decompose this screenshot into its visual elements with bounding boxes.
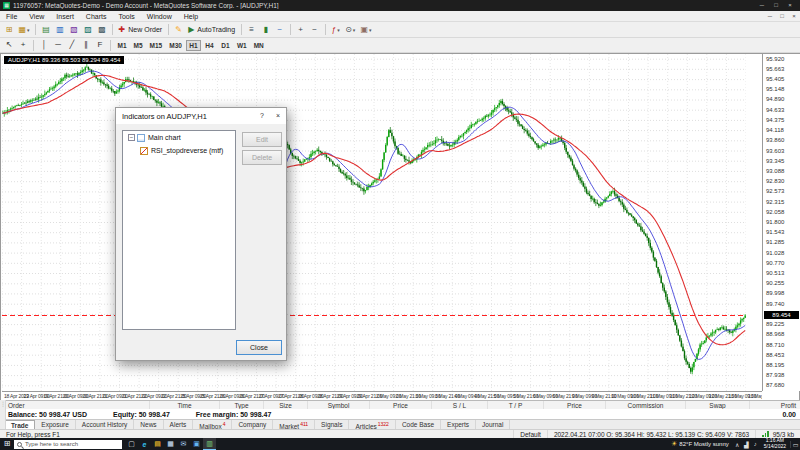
column-header-swap-10[interactable]: Swap [686,401,750,409]
menu-view[interactable]: View [23,11,50,22]
search-input[interactable]: Type here to search [14,440,122,449]
period-w1-button[interactable]: W1 [234,40,250,51]
delete-button[interactable]: Delete [242,150,282,165]
tab-signals[interactable]: Signals [315,420,349,429]
period-h4-button[interactable]: H4 [202,40,217,51]
tab-experts[interactable]: Experts [441,420,476,429]
timeframes-icon[interactable]: ⊙▾ [343,23,357,36]
tab-articles[interactable]: Articles1322 [349,420,395,429]
chart-bars-icon[interactable]: ≡ [245,23,258,36]
column-header-symbol-4[interactable]: Symbol [308,401,370,409]
minimize-button[interactable]: ─ [755,0,769,11]
period-d1-button[interactable]: D1 [218,40,233,51]
new-order-button[interactable]: ✚New Order [117,23,165,36]
column-header-order-0[interactable]: Order [0,401,150,409]
period-h1-button[interactable]: H1 [186,40,201,51]
channel-icon[interactable]: ∥ [80,39,93,52]
tree-expander-icon[interactable]: − [128,134,135,141]
terminal-panel-icon[interactable]: ▨ [82,23,95,36]
volume-icon[interactable]: ♪ [751,441,760,447]
templates-icon[interactable]: ▣▾ [358,23,373,36]
column-header-size-3[interactable]: Size [264,401,308,409]
column-header-s-l-6[interactable]: S / L [432,401,488,409]
store-icon[interactable]: ▦ [164,438,177,450]
indicators-icon[interactable]: ƒ▾ [329,23,342,36]
crosshair-icon[interactable]: + [17,39,30,52]
dialog-close-icon[interactable]: × [270,108,286,124]
column-header-type-2[interactable]: Type [220,401,264,409]
indicators-list[interactable]: −Main chartRSI_stopdreverse (mtf) [122,130,236,330]
tab-mailbox[interactable]: Mailbox4 [193,420,232,429]
terminal-splitter-grip[interactable]: ⋮ [0,400,6,429]
fibonacci-icon[interactable]: F [94,39,107,52]
photos-icon[interactable]: ▣ [190,438,203,450]
column-header-price-5[interactable]: Price [370,401,432,409]
profiles-icon[interactable]: ▦▾ [17,23,32,36]
child-restore-button[interactable]: □ [776,11,788,21]
tab-account-history[interactable]: Account History [76,420,135,429]
tab-code-base[interactable]: Code Base [396,420,441,429]
chart-candles-icon[interactable]: ▮ [259,23,272,36]
close-button[interactable]: × [783,0,797,11]
period-mn-button[interactable]: MN [251,40,267,51]
navigator-icon[interactable]: ▧ [68,23,81,36]
close-button-dialog[interactable]: Close [236,340,282,355]
new-chart-icon[interactable]: ⊞ [3,23,16,36]
mail-icon[interactable]: ✉ [177,438,190,450]
tab-company[interactable]: Company [232,420,273,429]
metatrader-taskbar-icon[interactable]: ▥ [203,438,216,450]
column-header-time-1[interactable]: Time [150,401,220,409]
horizontal-line-icon[interactable]: ─ [52,39,65,52]
period-m5-button[interactable]: M5 [131,40,146,51]
menu-charts[interactable]: Charts [80,11,113,22]
menu-window[interactable]: Window [141,11,178,22]
network-icon[interactable]: ▟ [742,441,751,448]
task-view-icon[interactable]: ▢ [125,438,138,450]
column-header-commission-9[interactable]: Commission [606,401,686,409]
tab-alerts[interactable]: Alerts [164,420,194,429]
taskbar-weather[interactable]: ☀ 82°F Mostly sunny [667,440,733,448]
zoom-out-icon[interactable]: − [308,23,321,36]
taskbar-clock[interactable]: 1:16 AM 5/14/2022 [760,438,790,450]
tab-journal[interactable]: Journal [476,420,510,429]
period-m15-button[interactable]: M15 [147,40,166,51]
indicator-tree-item-main-chart[interactable]: −Main chart [123,131,235,144]
price-axis[interactable]: 95.92095.66395.40595.14894.89094.63394.3… [762,54,800,391]
cursor-icon[interactable]: ↖ [3,39,16,52]
market-watch-icon[interactable]: ▤ [40,23,53,36]
edit-button[interactable]: Edit [242,132,282,147]
tab-trade[interactable]: Trade [4,420,35,429]
autotrading-button[interactable]: ▶AutoTrading [186,23,237,36]
column-header-profit-11[interactable]: Profit [750,401,800,409]
child-close-button[interactable]: × [788,11,800,21]
menu-tools[interactable]: Tools [112,11,140,22]
period-m30-button[interactable]: M30 [166,40,185,51]
tray-chevron-icon[interactable]: ∧ [733,441,742,448]
time-axis[interactable]: 18 Apr 202219 Apr 09:0019 Apr 21:0020 Ap… [2,391,762,400]
menu-help[interactable]: Help [178,11,204,22]
status-profile[interactable]: Default [514,430,548,438]
period-m1-button[interactable]: M1 [115,40,130,51]
tab-news[interactable]: News [134,420,163,429]
strategy-tester-icon[interactable]: ▩ [96,23,109,36]
dialog-help-button[interactable]: ? [254,108,270,124]
file-explorer-icon[interactable]: ▤ [151,438,164,450]
edge-icon[interactable]: e [138,438,151,450]
indicator-tree-item-rsi-stopdreverse-mtf[interactable]: RSI_stopdreverse (mtf) [123,144,235,157]
vertical-line-icon[interactable]: │ [38,39,51,52]
menu-file[interactable]: File [0,11,23,22]
trendline-icon[interactable]: ╱ [66,39,79,52]
start-button[interactable]: ⊞ [0,438,14,450]
maximize-button[interactable]: □ [769,0,783,11]
dialog-title-bar[interactable]: Indicators on AUDJPY,H1 ? × [116,108,286,124]
tab-exposure[interactable]: Exposure [35,420,75,429]
action-center-icon[interactable]: ▭ [790,441,800,448]
metaeditor-icon[interactable]: ✎ [172,23,185,36]
chart-line-icon[interactable]: ~ [273,23,286,36]
menu-insert[interactable]: Insert [50,11,80,22]
tab-market[interactable]: Market411 [273,420,315,429]
data-window-icon[interactable]: ▥ [54,23,67,36]
zoom-in-icon[interactable]: + [294,23,307,36]
column-header-t-p-7[interactable]: T / P [488,401,544,409]
child-minimize-button[interactable]: ─ [764,11,776,21]
